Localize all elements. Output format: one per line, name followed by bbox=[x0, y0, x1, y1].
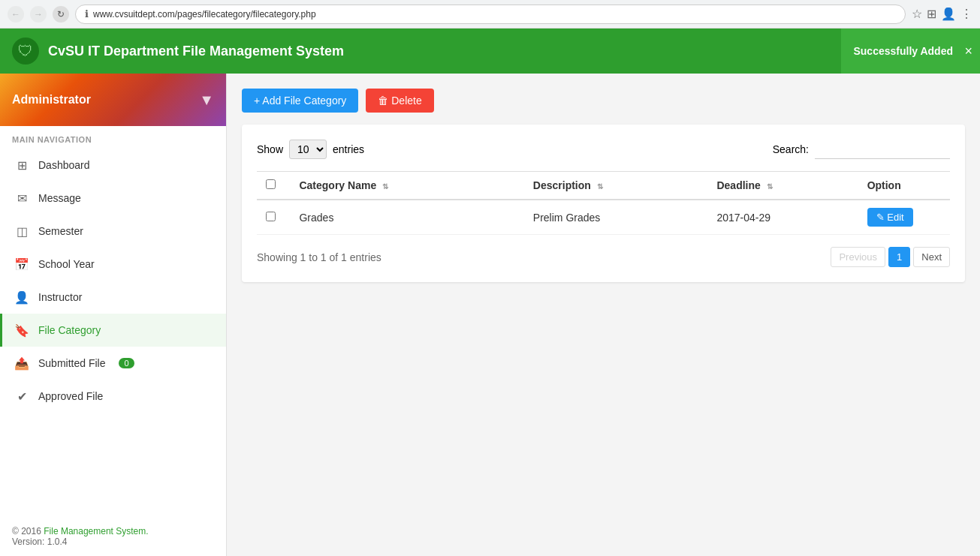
sidebar-footer: © 2016 File Management System. Version: … bbox=[0, 517, 226, 556]
footer-link[interactable]: File Management System. bbox=[44, 526, 148, 536]
sidebar-item-message[interactable]: ✉ Message bbox=[0, 182, 226, 215]
search-label: Search: bbox=[773, 143, 809, 155]
app-header: 🛡 CvSU IT Department File Management Sys… bbox=[0, 29, 980, 74]
browser-actions: ☆ ⊞ 👤 ⋮ bbox=[912, 7, 972, 21]
sidebar-item-label: File Category bbox=[38, 324, 101, 336]
show-entries: Show 10 25 50 entries bbox=[257, 140, 364, 159]
profile-button[interactable]: 👤 bbox=[941, 7, 956, 21]
sidebar-item-dashboard[interactable]: ⊞ Dashboard bbox=[0, 149, 226, 182]
sidebar-item-label: Message bbox=[38, 192, 81, 204]
sidebar-item-label: Dashboard bbox=[38, 159, 90, 171]
back-button[interactable]: ← bbox=[8, 6, 24, 23]
sidebar-item-label: Semester bbox=[38, 225, 83, 237]
data-table: Category Name ⇅ Description ⇅ Deadline ⇅ bbox=[257, 171, 950, 235]
checkmark-icon: ✔ bbox=[14, 389, 29, 404]
sidebar-item-school-year[interactable]: 📅 School Year bbox=[0, 248, 226, 281]
sidebar-item-semester[interactable]: ◫ Semester bbox=[0, 215, 226, 248]
browser-chrome: ← → ↻ ℹ www.cvsuitdept.com/pages/filecat… bbox=[0, 0, 980, 29]
sidebar-item-label: Approved File bbox=[38, 390, 103, 402]
select-all-checkbox[interactable] bbox=[266, 179, 276, 189]
toast-message: Successfully Added bbox=[853, 45, 953, 57]
url-text: www.cvsuitdept.com/pages/filecategory/fi… bbox=[93, 9, 896, 20]
search-area: Search: bbox=[773, 140, 950, 159]
sidebar-item-label: Submitted File bbox=[38, 357, 105, 369]
toolbar: + Add File Category 🗑 Delete bbox=[242, 89, 965, 113]
table-row: Grades Prelim Grades 2017-04-29 ✎ Edit bbox=[257, 200, 950, 235]
shield-icon: 🛡 bbox=[18, 43, 33, 60]
menu-button[interactable]: ⋮ bbox=[960, 7, 972, 21]
sidebar-item-submitted-file[interactable]: 📤 Submitted File 0 bbox=[0, 347, 226, 380]
chevron-down-icon: ▼ bbox=[199, 92, 214, 109]
col-header-deadline[interactable]: Deadline ⇅ bbox=[707, 172, 858, 200]
row-deadline-cell: 2017-04-29 bbox=[707, 200, 858, 235]
version-number: 1.0.4 bbox=[47, 536, 68, 547]
bookmark-icon: 🔖 bbox=[14, 323, 29, 338]
sidebar: Administrator ▼ MAIN NAVIGATION ⊞ Dashbo… bbox=[0, 74, 227, 556]
toast-close-button[interactable]: × bbox=[964, 44, 972, 59]
row-description-cell: Prelim Grades bbox=[524, 200, 708, 235]
message-icon: ✉ bbox=[14, 191, 29, 206]
sort-arrows-name: ⇅ bbox=[382, 182, 388, 191]
sidebar-item-approved-file[interactable]: ✔ Approved File bbox=[0, 380, 226, 413]
table-card: Show 10 25 50 entries Search: bbox=[242, 125, 965, 282]
main-content: + Add File Category 🗑 Delete Show 10 25 … bbox=[227, 74, 980, 556]
extensions-button[interactable]: ⊞ bbox=[927, 7, 936, 21]
row-name-cell: Grades bbox=[290, 200, 523, 235]
previous-button[interactable]: Previous bbox=[831, 247, 885, 267]
star-button[interactable]: ☆ bbox=[912, 7, 922, 21]
sidebar-username: Administrator bbox=[12, 93, 91, 107]
show-label: Show bbox=[257, 143, 283, 155]
app-logo: 🛡 bbox=[12, 38, 39, 65]
col-header-description[interactable]: Description ⇅ bbox=[524, 172, 708, 200]
search-input[interactable] bbox=[815, 140, 950, 159]
sidebar-nav-label: MAIN NAVIGATION bbox=[0, 126, 226, 149]
user-icon: 👤 bbox=[14, 290, 29, 305]
add-file-category-button[interactable]: + Add File Category bbox=[242, 89, 358, 113]
app-body: Administrator ▼ MAIN NAVIGATION ⊞ Dashbo… bbox=[0, 74, 980, 556]
submitted-file-badge: 0 bbox=[119, 358, 134, 368]
send-icon: 📤 bbox=[14, 356, 29, 371]
entries-label: entries bbox=[333, 143, 364, 155]
pagination-info: Showing 1 to 1 of 1 entries bbox=[257, 251, 381, 263]
reload-button[interactable]: ↻ bbox=[53, 6, 69, 23]
sort-arrows-desc: ⇅ bbox=[597, 182, 603, 191]
sidebar-item-file-category[interactable]: 🔖 File Category bbox=[0, 314, 226, 347]
col-header-check bbox=[257, 172, 290, 200]
semester-icon: ◫ bbox=[14, 224, 29, 239]
url-bar: ℹ www.cvsuitdept.com/pages/filecategory/… bbox=[75, 5, 906, 24]
app-title: CvSU IT Department File Management Syste… bbox=[48, 44, 344, 59]
pagination-controls: Previous 1 Next bbox=[831, 247, 950, 267]
forward-button[interactable]: → bbox=[30, 6, 47, 23]
row-check-cell bbox=[257, 200, 290, 235]
edit-button[interactable]: ✎ Edit bbox=[867, 208, 913, 227]
table-controls: Show 10 25 50 entries Search: bbox=[257, 140, 950, 159]
sidebar-item-label: School Year bbox=[38, 258, 95, 270]
next-button[interactable]: Next bbox=[913, 247, 950, 267]
sort-arrows-deadline: ⇅ bbox=[767, 182, 773, 191]
page-1-button[interactable]: 1 bbox=[888, 247, 910, 267]
sidebar-item-label: Instructor bbox=[38, 291, 82, 303]
pagination-area: Showing 1 to 1 of 1 entries Previous 1 N… bbox=[257, 247, 950, 267]
sidebar-item-instructor[interactable]: 👤 Instructor bbox=[0, 281, 226, 314]
version-label: Version: bbox=[12, 536, 44, 547]
delete-button[interactable]: 🗑 Delete bbox=[366, 89, 433, 113]
row-checkbox[interactable] bbox=[266, 212, 276, 221]
col-header-option: Option bbox=[858, 172, 950, 200]
entries-select[interactable]: 10 25 50 bbox=[289, 140, 327, 159]
row-option-cell: ✎ Edit bbox=[858, 200, 950, 235]
calendar-icon: 📅 bbox=[14, 257, 29, 272]
success-toast: Successfully Added × bbox=[841, 29, 980, 74]
sidebar-user[interactable]: Administrator ▼ bbox=[0, 74, 226, 126]
dashboard-icon: ⊞ bbox=[14, 158, 29, 173]
copyright-text: © 2016 bbox=[12, 526, 44, 536]
col-header-name[interactable]: Category Name ⇅ bbox=[290, 172, 523, 200]
